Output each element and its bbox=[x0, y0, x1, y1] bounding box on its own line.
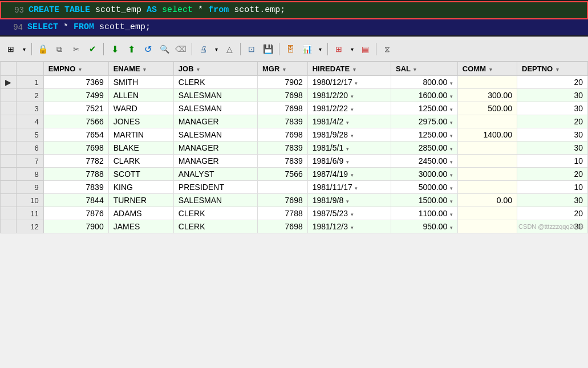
cell-job: CLERK bbox=[173, 207, 257, 220]
cell-mgr: 7839 bbox=[257, 155, 307, 168]
table-row[interactable]: 27499ALLENSALESMAN76981981/2/20 ▾1600.00… bbox=[1, 89, 588, 102]
cell-comm: 500.00 bbox=[457, 102, 517, 115]
toolbar-separator-7 bbox=[376, 43, 376, 55]
cell-ename: WARD bbox=[108, 102, 173, 115]
layout-icon[interactable]: ⊡ bbox=[244, 42, 259, 56]
table-row[interactable]: 47566JONESMANAGER78391981/4/2 ▾2975.00 ▾… bbox=[1, 115, 588, 128]
cell-job: SALESMAN bbox=[173, 89, 257, 102]
row-indicator-cell: ▶ bbox=[1, 76, 17, 89]
print-dropdown-icon[interactable]: ▾ bbox=[212, 42, 220, 56]
cell-comm: 300.00 bbox=[457, 89, 517, 102]
copy-icon[interactable]: ⧉ bbox=[52, 42, 67, 56]
cell-sal: 3000.00 ▾ bbox=[391, 168, 458, 181]
code-text-93: CREATE TABLE scott_emp AS select * from … bbox=[29, 3, 285, 17]
search-icon[interactable]: 🔍 bbox=[157, 42, 172, 56]
code-text-94: SELECT * FROM scott_emp; bbox=[27, 21, 151, 34]
watermark: CSDN @tttzzzqqq2018 bbox=[518, 223, 583, 230]
col-empno[interactable]: EMPNO ▾ bbox=[43, 62, 108, 76]
cell-comm bbox=[457, 207, 517, 220]
cell-hiredate: 1981/9/8 ▾ bbox=[307, 194, 391, 207]
grid-icon[interactable]: ⊞ bbox=[3, 42, 18, 56]
cell-deptno: 20 bbox=[517, 168, 588, 181]
cell-job: MANAGER bbox=[173, 141, 257, 155]
toolbar-separator-4 bbox=[240, 43, 241, 55]
col-deptno[interactable]: DEPTNO ▾ bbox=[517, 62, 588, 76]
cell-deptno: 30 bbox=[517, 128, 588, 141]
cell-hiredate: 1981/6/9 ▾ bbox=[307, 155, 391, 168]
filter-up-icon[interactable]: ⬆ bbox=[124, 42, 139, 56]
cell-sal: 950.00 ▾ bbox=[391, 220, 458, 233]
eraser-icon[interactable]: ⌫ bbox=[173, 42, 188, 56]
line-number-93: 93 bbox=[3, 4, 24, 17]
cell-sal: 2450.00 ▾ bbox=[391, 155, 458, 168]
grid2-icon[interactable]: ⊞ bbox=[331, 42, 346, 56]
filter-icon[interactable]: ⬇ bbox=[107, 42, 122, 56]
cell-comm bbox=[457, 168, 517, 181]
check-icon[interactable]: ✔ bbox=[85, 42, 100, 56]
table-row[interactable]: 37521WARDSALESMAN76981981/2/22 ▾1250.00 … bbox=[1, 102, 588, 115]
print-icon[interactable]: 🖨 bbox=[196, 42, 210, 56]
cell-comm bbox=[457, 115, 517, 128]
col-hiredate[interactable]: HIREDATE ▾ bbox=[307, 62, 391, 76]
row-indicator-cell bbox=[1, 220, 17, 233]
col-job[interactable]: JOB ▾ bbox=[173, 62, 257, 76]
row-number-cell: 10 bbox=[17, 194, 44, 207]
cell-hiredate: 1981/9/28 ▾ bbox=[307, 128, 391, 141]
row-number-cell: 4 bbox=[17, 115, 44, 128]
db-icon[interactable]: 🗄 bbox=[283, 42, 298, 56]
table-row[interactable]: 107844TURNERSALESMAN76981981/9/8 ▾1500.0… bbox=[1, 194, 588, 207]
cell-hiredate: 1981/2/20 ▾ bbox=[307, 89, 391, 102]
cell-hiredate: 1987/5/23 ▾ bbox=[307, 207, 391, 220]
cell-deptno: 30 bbox=[517, 102, 588, 115]
cell-ename: ADAMS bbox=[108, 207, 173, 220]
toolbar-separator-6 bbox=[327, 43, 328, 55]
cell-ename: SCOTT bbox=[108, 168, 173, 181]
nav-up-icon[interactable]: △ bbox=[222, 42, 237, 56]
cell-deptno: 30 bbox=[517, 194, 588, 207]
refresh-icon[interactable]: ↺ bbox=[140, 42, 155, 56]
grid-dropdown-icon[interactable]: ▾ bbox=[20, 42, 28, 56]
chart-bar-icon[interactable]: 📊 bbox=[299, 42, 314, 56]
table-row[interactable]: 67698BLAKEMANAGER78391981/5/1 ▾2850.00 ▾… bbox=[1, 141, 588, 155]
cell-job: CLERK bbox=[173, 76, 257, 89]
col-comm[interactable]: COMM ▾ bbox=[457, 62, 517, 76]
col-mgr[interactable]: MGR ▾ bbox=[257, 62, 307, 76]
cut-icon[interactable]: ✂ bbox=[68, 42, 83, 56]
cell-job: PRESIDENT bbox=[173, 181, 257, 194]
cell-empno: 7654 bbox=[43, 128, 108, 141]
row-number-cell: 7 bbox=[17, 155, 44, 168]
row-indicator-cell bbox=[1, 128, 17, 141]
cell-sal: 5000.00 ▾ bbox=[391, 181, 458, 194]
col-rownum bbox=[17, 62, 44, 76]
cell-mgr: 7566 bbox=[257, 168, 307, 181]
table-row[interactable]: 77782CLARKMANAGER78391981/6/9 ▾2450.00 ▾… bbox=[1, 155, 588, 168]
row-number-cell: 12 bbox=[17, 220, 44, 233]
cell-sal: 1600.00 ▾ bbox=[391, 89, 458, 102]
filter2-icon[interactable]: ⧖ bbox=[380, 42, 395, 56]
row-indicator-cell bbox=[1, 168, 17, 181]
cell-empno: 7566 bbox=[43, 115, 108, 128]
toolbar-separator-1 bbox=[31, 43, 32, 55]
lock-icon[interactable]: 🔒 bbox=[35, 42, 50, 56]
col-sal[interactable]: SAL ▾ bbox=[391, 62, 458, 76]
chart-dropdown-icon[interactable]: ▾ bbox=[316, 42, 324, 56]
cell-mgr bbox=[257, 181, 307, 194]
table-row[interactable]: 117876ADAMSCLERK77881987/5/23 ▾1100.00 ▾… bbox=[1, 207, 588, 220]
save-icon[interactable]: 💾 bbox=[261, 42, 275, 56]
table-row[interactable]: ▶17369SMITHCLERK79021980/12/17 ▾800.00 ▾… bbox=[1, 76, 588, 89]
export-icon[interactable]: ▤ bbox=[358, 42, 372, 56]
grid2-dropdown-icon[interactable]: ▾ bbox=[348, 42, 356, 56]
row-indicator-cell bbox=[1, 115, 17, 128]
cell-empno: 7369 bbox=[43, 76, 108, 89]
cell-mgr: 7839 bbox=[257, 141, 307, 155]
cell-sal: 800.00 ▾ bbox=[391, 76, 458, 89]
table-row[interactable]: 87788SCOTTANALYST75661987/4/19 ▾3000.00 … bbox=[1, 168, 588, 181]
row-number-cell: 5 bbox=[17, 128, 44, 141]
col-ename[interactable]: ENAME ▾ bbox=[108, 62, 173, 76]
table-row[interactable]: 57654MARTINSALESMAN76981981/9/28 ▾1250.0… bbox=[1, 128, 588, 141]
cell-mgr: 7698 bbox=[257, 128, 307, 141]
cell-hiredate: 1981/4/2 ▾ bbox=[307, 115, 391, 128]
cell-ename: KING bbox=[108, 181, 173, 194]
table-row[interactable]: 97839KINGPRESIDENT1981/11/17 ▾5000.00 ▾1… bbox=[1, 181, 588, 194]
table-row[interactable]: 127900JAMESCLERK76981981/12/3 ▾950.00 ▾3… bbox=[1, 220, 588, 233]
